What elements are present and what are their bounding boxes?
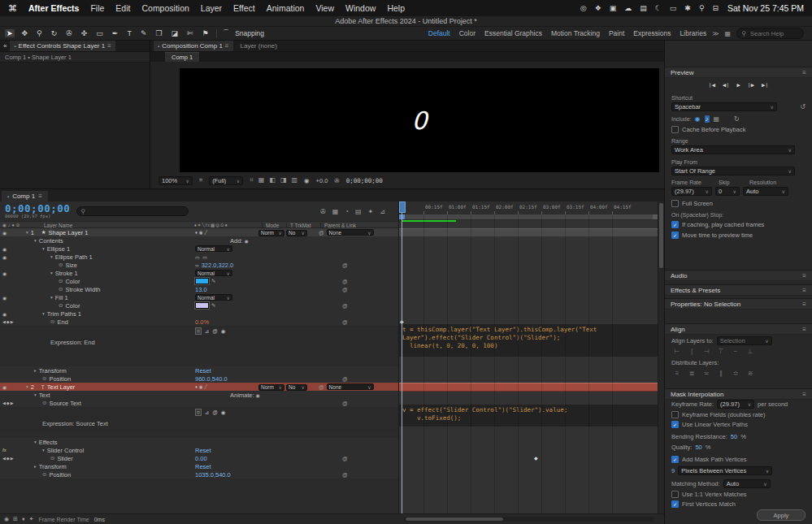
workspace-libraries[interactable]: Libraries bbox=[680, 29, 707, 37]
expand-in-out-icon[interactable]: ♦ bbox=[22, 516, 25, 522]
expression-row[interactable]: Expression: End=⊿@◉ bbox=[0, 326, 398, 358]
layer-switches[interactable]: ♦◉╱ bbox=[195, 230, 209, 235]
expression-editor-source-text[interactable]: v = effect("Slider Control")("Slider").v… bbox=[399, 405, 658, 427]
property-row-text[interactable]: ▾TextAnimate:◉ bbox=[0, 391, 398, 399]
add-menu-icon[interactable]: ◉ bbox=[244, 238, 248, 244]
panel-menu-icon[interactable]: ≡ bbox=[802, 326, 806, 333]
work-area-bar[interactable] bbox=[399, 214, 658, 220]
hand-tool[interactable]: ✥ bbox=[20, 29, 30, 37]
moon-icon[interactable]: ☾ bbox=[655, 4, 662, 12]
property-row-slider-control[interactable]: fx▾Slider ControlReset bbox=[0, 446, 398, 454]
frame-blending-icon[interactable]: ▤ bbox=[355, 208, 362, 215]
expand-layer-switches-icon[interactable]: ◉ bbox=[4, 516, 9, 522]
reset-link[interactable]: Reset bbox=[195, 367, 211, 375]
expression-pickwhip-icon[interactable]: @ bbox=[212, 409, 218, 415]
include-video-toggle[interactable]: ◉ bbox=[695, 115, 701, 123]
preview-panel-header[interactable]: Preview ≡ bbox=[665, 67, 812, 78]
snapping-magnet-icon[interactable]: ⌒ bbox=[223, 28, 230, 38]
expand-render-time-icon[interactable]: ✦ bbox=[29, 516, 34, 522]
type-tool[interactable]: T bbox=[125, 29, 133, 37]
property-row-transform[interactable]: ▸TransformReset bbox=[0, 462, 398, 470]
panel-menu-icon[interactable]: ≡ bbox=[802, 301, 806, 308]
move-time-checkbox[interactable]: ✓ bbox=[671, 232, 679, 239]
expression-pickwhip-icon[interactable]: @ bbox=[212, 328, 218, 334]
property-value[interactable]: 960.0,540.0 bbox=[195, 375, 228, 383]
pickwhip-icon[interactable]: @ bbox=[342, 285, 348, 293]
pen-tool[interactable]: ✒ bbox=[111, 29, 120, 37]
property-row-contents[interactable]: ▾ContentsAdd:◉ bbox=[0, 236, 398, 245]
search-help-box[interactable]: ⚲ bbox=[736, 28, 804, 39]
linear-vertex-paths-checkbox[interactable]: ✓ bbox=[671, 421, 679, 428]
eye-toggle[interactable]: ◉ bbox=[2, 271, 7, 276]
timeline-vertical-scrollbar[interactable] bbox=[658, 201, 664, 513]
resolution-preview-dropdown[interactable]: Auto∨ bbox=[743, 187, 788, 196]
snapping-label[interactable]: Snapping bbox=[235, 29, 264, 37]
color-swatch[interactable] bbox=[195, 278, 209, 284]
next-frame-button[interactable]: ❘▶ bbox=[748, 82, 754, 89]
layer-switches[interactable]: ♦◉╱ bbox=[195, 384, 209, 389]
panel-menu-icon[interactable]: ≡ bbox=[802, 272, 806, 279]
cache-before-playback-checkbox[interactable]: ✓ bbox=[671, 126, 679, 133]
clone-stamp-tool[interactable]: ❐ bbox=[154, 29, 163, 37]
composition-mini-flowchart-icon[interactable]: ✇ bbox=[320, 208, 326, 215]
eraser-tool[interactable]: ◪ bbox=[170, 29, 180, 37]
apply-button[interactable]: Apply bbox=[757, 509, 805, 521]
expression-graph-icon[interactable]: ⊿ bbox=[205, 328, 209, 335]
reset-link[interactable]: Reset bbox=[195, 463, 211, 470]
stopwatch-icon[interactable]: ⊙ bbox=[42, 471, 46, 478]
panel-menu-icon[interactable]: ≡ bbox=[802, 287, 806, 294]
pickwhip-icon[interactable]: @ bbox=[342, 318, 348, 326]
eye-toggle[interactable]: ◉ bbox=[2, 230, 7, 236]
range-dropdown[interactable]: Work Area∨ bbox=[671, 145, 795, 154]
time-ruler[interactable]: 00:15f01:00f01:15f02:00f02:15f03:00f03:1… bbox=[399, 201, 658, 215]
blend-mode-dropdown[interactable]: Normal∨ bbox=[195, 270, 232, 276]
workspace-color[interactable]: Color bbox=[459, 29, 475, 37]
full-screen-checkbox[interactable]: ✓ bbox=[671, 200, 679, 207]
twirl-open-icon[interactable]: ▾ bbox=[26, 230, 28, 235]
property-row-slider[interactable]: ◀◆▶⊙Slider0.00@ bbox=[0, 454, 398, 462]
first-frame-button[interactable]: ❘◀ bbox=[709, 82, 715, 89]
workspace-motion-tracking[interactable]: Motion Tracking bbox=[551, 29, 600, 37]
menu-animation[interactable]: Animation bbox=[267, 3, 305, 13]
menu-file[interactable]: File bbox=[90, 3, 104, 13]
choose-grid-icon[interactable]: ⌗ bbox=[250, 176, 254, 184]
property-row-ellipse-1[interactable]: ◉▾Ellipse 1Normal∨ bbox=[0, 245, 398, 253]
twirl-closed-icon[interactable]: ▸ bbox=[34, 368, 37, 373]
mask-interpolation-panel-header[interactable]: Mask Interpolation ≡ bbox=[665, 388, 812, 400]
path-direction-icons[interactable]: ▭ ▭ bbox=[195, 254, 208, 260]
play-from-dropdown[interactable]: Start Of Range∨ bbox=[671, 167, 795, 175]
property-row-color[interactable]: ⊙Color✎@ bbox=[0, 301, 398, 310]
stopwatch-icon[interactable]: ⊙ bbox=[42, 375, 46, 382]
expand-transfer-controls-icon[interactable]: ⊞ bbox=[13, 516, 18, 522]
exposure-value[interactable]: +0.0 bbox=[316, 177, 328, 184]
use-11-vertex-matches-checkbox[interactable]: ✓ bbox=[671, 491, 679, 498]
matching-method-dropdown[interactable]: Auto∨ bbox=[723, 479, 771, 488]
distribute-bottom-button[interactable]: ≍ bbox=[701, 370, 712, 377]
property-value[interactable]: 322.0,322.0 bbox=[202, 262, 234, 269]
panel-menu-icon[interactable]: ≡ bbox=[802, 69, 806, 76]
viewer-tab-comp1[interactable]: Comp 1 bbox=[165, 52, 199, 62]
twirl-open-icon[interactable]: ▾ bbox=[50, 254, 53, 259]
expression-row[interactable]: Expression: Source Text=⊿@◉ bbox=[0, 407, 398, 431]
property-value[interactable]: 1035.0,540.0 bbox=[195, 471, 231, 479]
properties-panel-header[interactable]: Properties: No Selection ≡ bbox=[665, 298, 812, 310]
zoom-tool[interactable]: ⚲ bbox=[35, 29, 44, 37]
camera-tool[interactable]: ✇ bbox=[64, 29, 74, 37]
effects-presets-panel-header[interactable]: Effects & Presets ≡ bbox=[665, 284, 812, 296]
property-row-fill-1[interactable]: ◉▾Fill 1Normal∨ bbox=[0, 293, 398, 301]
workspace-essential-graphics[interactable]: Essential Graphics bbox=[484, 29, 542, 37]
stopwatch-icon[interactable]: ⊙ bbox=[50, 455, 54, 461]
frame-rate-dropdown[interactable]: (29.97)∨ bbox=[671, 187, 712, 196]
menu-view[interactable]: View bbox=[315, 3, 334, 13]
add-menu-icon[interactable]: ◉ bbox=[256, 392, 260, 398]
magnification-dropdown[interactable]: 100%∨ bbox=[158, 176, 193, 185]
eye-toggle[interactable]: ◉ bbox=[2, 254, 7, 260]
blend-mode-dropdown[interactable]: Normal∨ bbox=[195, 245, 232, 252]
pickwhip-icon[interactable]: @ bbox=[342, 261, 348, 269]
timeline-graph-area[interactable]: 00:15f01:00f01:15f02:00f02:15f03:00f03:1… bbox=[398, 201, 664, 513]
play-button[interactable]: ▶ bbox=[736, 82, 740, 89]
pickwhip-icon[interactable]: @ bbox=[342, 277, 348, 285]
menu-composition[interactable]: Composition bbox=[141, 3, 189, 13]
layer-name-column-header[interactable]: Layer Name bbox=[44, 223, 72, 228]
align-top-button[interactable]: ⊤ bbox=[715, 348, 727, 355]
